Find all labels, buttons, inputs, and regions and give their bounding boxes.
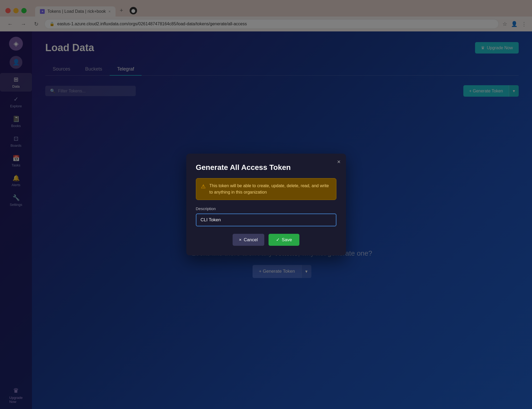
generate-token-modal: Generate All Access Token × ⚠ This token… xyxy=(186,154,346,255)
warning-icon: ⚠ xyxy=(201,183,206,190)
modal-overlay[interactable]: Generate All Access Token × ⚠ This token… xyxy=(0,0,532,409)
description-input[interactable] xyxy=(196,214,336,226)
cancel-button[interactable]: × Cancel xyxy=(233,234,264,246)
warning-box: ⚠ This token will be able to create, upd… xyxy=(196,178,336,200)
cancel-icon: × xyxy=(239,237,242,243)
description-label: Description xyxy=(196,206,336,211)
save-icon: ✓ xyxy=(276,237,280,243)
warning-text: This token will be able to create, updat… xyxy=(209,183,331,195)
modal-close-button[interactable]: × xyxy=(337,159,341,165)
modal-title: Generate All Access Token xyxy=(196,163,336,172)
save-button[interactable]: ✓ Save xyxy=(269,234,300,246)
modal-actions: × Cancel ✓ Save xyxy=(196,234,336,246)
